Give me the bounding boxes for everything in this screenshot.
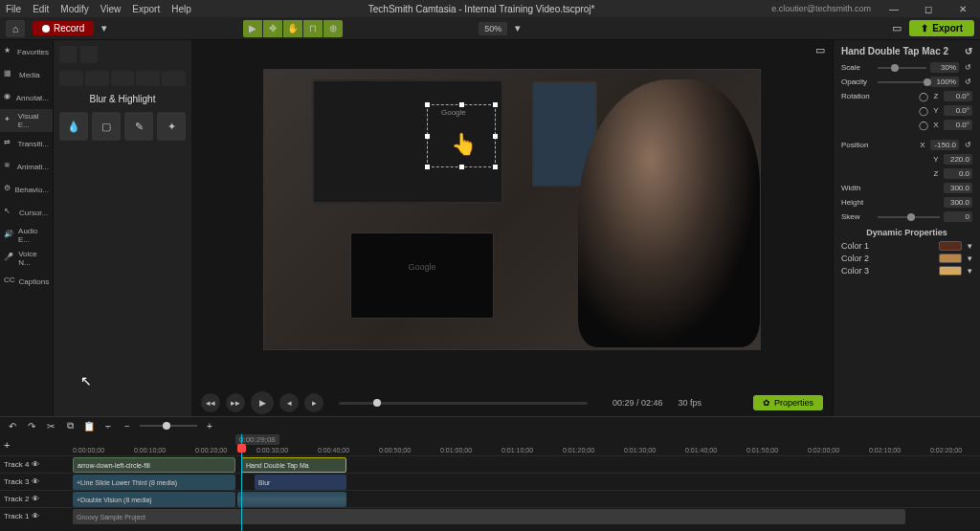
resize-handle[interactable] <box>459 165 464 169</box>
playhead[interactable] <box>241 434 242 531</box>
skew-value[interactable]: 0 <box>944 211 972 222</box>
track-3[interactable]: + Line Slide Lower Third (8 media) Blur <box>54 473 980 490</box>
crop-tool[interactable]: ✥ <box>263 20 282 37</box>
track-4[interactable]: arrow-down-left-circle-fill Hand Double … <box>54 455 980 473</box>
subtab-1[interactable] <box>59 71 83 86</box>
clip-hand-tap[interactable]: Hand Double Tap Ma <box>241 457 346 473</box>
resize-handle[interactable] <box>425 102 430 107</box>
properties-button[interactable]: ✿Properties <box>753 395 823 410</box>
subtab-2[interactable] <box>85 71 109 86</box>
sidebar-audio[interactable]: 🔊Audio E... <box>0 224 53 247</box>
zoom-out-icon[interactable]: − <box>121 419 134 432</box>
seek-thumb[interactable] <box>373 399 381 407</box>
zoom-level[interactable]: 50% <box>479 22 507 35</box>
undo-icon[interactable]: ↶ <box>6 419 19 432</box>
reset-icon[interactable]: ↺ <box>963 141 972 149</box>
magnet-tool[interactable]: ⊓ <box>303 20 323 37</box>
export-button[interactable]: ⬆Export <box>909 20 974 36</box>
eye-icon[interactable]: 👁 <box>32 477 39 486</box>
track-label-1[interactable]: Track 1👁 <box>0 507 54 524</box>
rotation-dial-icon[interactable]: ◯ <box>919 106 928 116</box>
track-label-4[interactable]: Track 4👁 <box>0 455 54 473</box>
sidebar-media[interactable]: ▦Media <box>0 63 53 86</box>
clip-line-slide[interactable]: + Line Slide Lower Third (8 media) <box>73 475 235 490</box>
close-icon[interactable]: ✕ <box>951 4 974 14</box>
resize-handle[interactable] <box>425 134 430 139</box>
hand-tool[interactable]: ✋ <box>283 20 302 37</box>
color1-more-icon[interactable]: ▾ <box>968 241 972 251</box>
subtab-3[interactable] <box>111 71 135 86</box>
seek-bar[interactable] <box>339 402 588 405</box>
paste-icon[interactable]: 📋 <box>82 419 96 432</box>
color2-more-icon[interactable]: ▾ <box>968 254 972 263</box>
sidebar-cursor[interactable]: ↖Cursor... <box>0 201 53 224</box>
effect-highlight[interactable]: ▢ <box>92 112 121 141</box>
detach-canvas-icon[interactable]: ▭ <box>892 22 902 34</box>
redo-icon[interactable]: ↷ <box>25 419 38 432</box>
sidebar-behaviors[interactable]: ⚙Behavio... <box>0 178 53 201</box>
play-button[interactable]: ▶ <box>251 391 274 414</box>
sidebar-transitions[interactable]: ⇄Transiti... <box>0 132 53 155</box>
canvas-frame[interactable]: Google 👆 <box>191 59 833 389</box>
rotation-x-value[interactable]: 0.0° <box>944 120 972 130</box>
color3-more-icon[interactable]: ▾ <box>968 266 972 276</box>
user-account[interactable]: e.cloutier@techsmith.com <box>771 4 871 13</box>
zoom-tool[interactable]: ⊕ <box>323 20 343 37</box>
color3-swatch[interactable] <box>939 266 962 276</box>
copy-icon[interactable]: ⧉ <box>63 419 77 432</box>
sidebar-voice[interactable]: 🎤Voice N... <box>0 247 53 270</box>
eye-icon[interactable]: 👁 <box>32 512 39 520</box>
height-value[interactable]: 300.0 <box>944 197 972 208</box>
position-z-value[interactable]: 0.0 <box>944 168 972 179</box>
reset-icon[interactable]: ↺ <box>963 77 972 86</box>
sidebar-animations[interactable]: ≋Animati... <box>0 155 53 178</box>
resize-handle[interactable] <box>493 134 498 139</box>
width-value[interactable]: 300.0 <box>944 183 972 193</box>
rotation-y-value[interactable]: 0.0° <box>944 105 972 116</box>
effect-spotlight[interactable]: ✦ <box>157 112 186 141</box>
resize-handle[interactable] <box>459 102 464 107</box>
timeline-tracks[interactable]: 0:00:00;00 0:00:10;00 0:00:20;00 0:00:30… <box>54 434 980 531</box>
clip-groovy[interactable]: Groovy Sample Project <box>73 509 905 524</box>
opacity-slider[interactable] <box>878 81 926 83</box>
sidebar-captions[interactable]: CCCaptions <box>0 270 53 293</box>
track-1[interactable]: Groovy Sample Project <box>54 507 980 524</box>
record-button[interactable]: Record <box>33 21 94 35</box>
split-icon[interactable]: ⫟ <box>101 419 115 432</box>
reset-all-icon[interactable]: ↺ <box>965 46 972 56</box>
effect-pixelate[interactable]: ✎ <box>124 112 153 141</box>
rotation-dial-icon[interactable]: ◯ <box>919 121 928 130</box>
position-x-value[interactable]: -150.0 <box>930 140 959 150</box>
chevron-down-icon[interactable]: ▾ <box>101 22 107 34</box>
opacity-value[interactable]: 100% <box>930 77 959 87</box>
eye-icon[interactable]: 👁 <box>32 460 39 469</box>
menu-export[interactable]: Export <box>132 4 160 14</box>
skew-slider[interactable] <box>878 216 940 218</box>
effect-blur[interactable]: 💧 <box>59 112 88 141</box>
prev-frame-button[interactable]: ◂◂ <box>201 393 220 412</box>
color1-swatch[interactable] <box>939 241 962 251</box>
rotation-z-value[interactable]: 0.0° <box>944 91 972 101</box>
timeline-ruler[interactable]: 0:00:00;00 0:00:10;00 0:00:20;00 0:00:30… <box>54 434 980 455</box>
canvas-detach-icon[interactable]: ▭ <box>815 44 825 56</box>
select-tool[interactable]: ▶ <box>243 20 262 37</box>
eyedropper-icon[interactable] <box>80 46 98 63</box>
clip-audio-wave[interactable] <box>237 492 346 507</box>
scale-slider[interactable] <box>878 67 926 69</box>
subtab-5[interactable] <box>162 71 186 86</box>
minimize-icon[interactable]: — <box>882 4 905 14</box>
position-y-value[interactable]: 220.0 <box>944 154 972 165</box>
resize-handle[interactable] <box>493 102 498 107</box>
next-clip-button[interactable]: ▸ <box>304 393 323 412</box>
resize-handle[interactable] <box>425 165 430 169</box>
home-button[interactable]: ⌂ <box>6 20 25 37</box>
sidebar-annotations[interactable]: ◉Annotat... <box>0 86 53 109</box>
cut-icon[interactable]: ✂ <box>44 419 57 432</box>
clip-arrow[interactable]: arrow-down-left-circle-fill <box>73 457 235 473</box>
menu-file[interactable]: File <box>6 4 21 14</box>
scale-value[interactable]: 30% <box>930 62 959 73</box>
menu-view[interactable]: View <box>100 4 122 14</box>
track-label-3[interactable]: Track 3👁 <box>0 473 54 490</box>
add-track-button[interactable]: + <box>0 434 54 455</box>
rotation-dial-icon[interactable]: ◯ <box>919 92 928 101</box>
